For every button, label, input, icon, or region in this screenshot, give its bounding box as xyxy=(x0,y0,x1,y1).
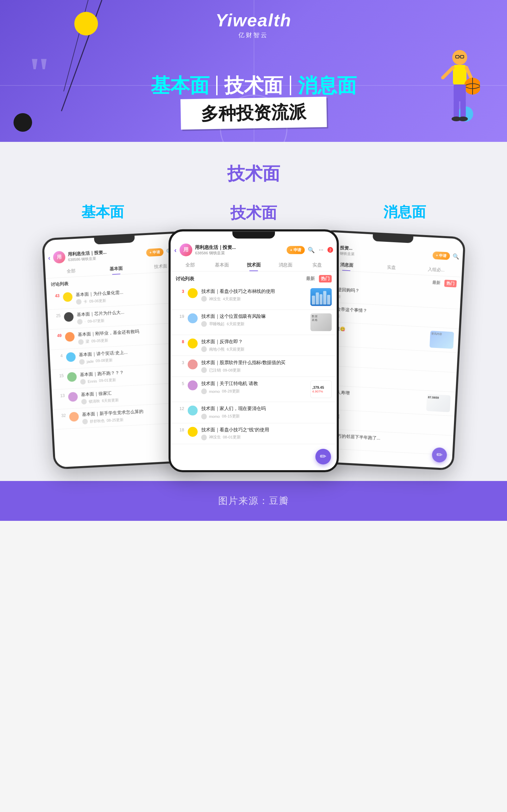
middle-section: 技术面 基本面 技术面 消息面 ‹ 用 用利息生活｜投资... 638586 钢… xyxy=(0,142,507,481)
yellow-ball xyxy=(74,12,98,35)
apply-btn-center[interactable]: + 申请 xyxy=(286,246,305,254)
sort-buttons-right: 最新 热门 xyxy=(430,279,457,287)
meta-time: 4天前更新 xyxy=(223,296,240,301)
meta-avatar xyxy=(201,434,207,440)
meta-time: 6天前更新 xyxy=(102,397,119,403)
disc-num: 5 xyxy=(176,380,184,398)
section-header-center: 讨论列表 最新 热门 xyxy=(171,271,336,284)
disc-meta: momo 08-15更新 xyxy=(201,413,331,419)
disc-content: 基本面｜芯片为什么大... · 09-07更新 xyxy=(76,306,184,325)
meta-avatar xyxy=(76,299,81,305)
disc-title: 技术面｜反弹在即？ xyxy=(201,338,331,345)
sort-latest-right[interactable]: 最新 xyxy=(430,279,442,287)
list-label-left: 讨论列表 xyxy=(51,281,69,288)
back-arrow-left[interactable]: ‹ xyxy=(48,254,50,261)
meta-time: 09-08更新 xyxy=(95,357,112,363)
disc-content: 怎么看金帝这个事情？ 5天前更新 xyxy=(323,306,455,325)
disc-item[interactable]: 3 技术面｜看盘小技巧之布林线的使用 神没生 4天前更新 xyxy=(171,284,336,310)
brand-name: Yiwealth xyxy=(216,10,291,30)
disc-num: 15 xyxy=(55,373,64,386)
meta-time: 09-06更新 xyxy=(89,298,106,304)
sort-hot-right[interactable]: 热门 xyxy=(444,280,457,287)
meta-time: 08-01更新 xyxy=(223,435,240,440)
section-title: 技术面 xyxy=(0,162,507,186)
meta-avatar xyxy=(201,413,207,419)
meta-avatar xyxy=(79,359,85,364)
tab-real-center[interactable]: 实盘 xyxy=(301,258,333,271)
disc-content: 个小作文 更新 xyxy=(319,369,451,388)
disc-meta: 已注销 09-08更新 xyxy=(201,367,331,373)
sort-hot[interactable]: 热门 xyxy=(319,275,332,282)
sort-latest[interactable]: 最新 xyxy=(304,275,317,282)
disc-icon xyxy=(69,412,79,422)
app-avatar-left: 用 xyxy=(53,251,66,263)
more-icon-center[interactable]: ··· xyxy=(318,246,325,253)
meta-user: 已注销 xyxy=(209,367,221,373)
disc-item[interactable]: 5 技术面｜关于江特电机 请教 momo 08-28更新 ,379.45 xyxy=(171,377,336,402)
disc-item[interactable]: 8 技术面｜反弹在即？ 南地小熊 6天前更新 xyxy=(171,335,336,356)
list-label-center: 讨论列表 xyxy=(176,275,194,282)
disc-item[interactable]: 3 技术面｜股票软件里什么指标/数据值的买 已注销 09-08更新 xyxy=(171,356,336,377)
phone-content-center: 讨论列表 最新 热门 3 技术面｜看盘小技巧之布林线的使用 xyxy=(171,271,336,470)
header-icons-right: 🔍 xyxy=(452,253,459,260)
tab-all-center[interactable]: 全部 xyxy=(174,258,206,271)
meta-time: 6天前更新 xyxy=(227,321,245,327)
disc-content: 技术面｜股票软件里什么指标/数据值的买 已注销 09-08更新 xyxy=(201,359,331,373)
meta-user: 早睡晚起 xyxy=(209,321,224,327)
meta-avatar xyxy=(201,346,207,352)
disc-meta: momo 08-28更新 xyxy=(201,388,307,394)
disc-thumbnail: 资讯内容 xyxy=(429,331,454,349)
disc-num: 3 xyxy=(176,288,184,306)
disc-item[interactable]: 12 技术面｜家人们，现在要清仓吗 momo 08-15更新 xyxy=(171,402,336,423)
disc-thumbnail xyxy=(310,288,332,306)
tab-fundamental-left[interactable]: 基本面 xyxy=(93,261,138,276)
chart-bar xyxy=(319,294,322,304)
app-header-center: ‹ 用 用利息生活｜投资... 638586 钢铁韭菜 + 申请 🔍 ··· 2 xyxy=(171,241,336,258)
sort-buttons: 最新 热门 xyxy=(304,275,332,282)
tab-news-center[interactable]: 消息面 xyxy=(270,258,301,271)
app-title-main-center: 用利息生活｜投资... xyxy=(195,244,252,250)
search-icon-right[interactable]: 🔍 xyxy=(452,253,459,260)
footer-text: 图片来源：豆瓣 xyxy=(0,494,507,507)
col-label-right: 消息面 xyxy=(329,203,480,224)
phone-notch xyxy=(94,235,135,244)
headline-tags: 基本面 技术面 消息面 xyxy=(0,76,507,95)
tab-real-right[interactable]: 实盘 xyxy=(369,260,414,274)
tab-all-left[interactable]: 全部 xyxy=(48,263,94,278)
disc-icon xyxy=(187,380,197,390)
search-icon-center[interactable]: 🔍 xyxy=(307,246,314,253)
tag-technical: 技术面 xyxy=(218,76,291,95)
headline-section: " 基本面 技术面 消息面 多种投资流派 xyxy=(0,76,507,128)
phone-notch-right xyxy=(372,234,413,243)
meta-time: 09-05更新 xyxy=(91,338,108,344)
meta-avatar xyxy=(201,296,207,302)
meta-avatar xyxy=(201,321,207,327)
meta-avatar xyxy=(78,339,84,345)
tab-fundamental-center[interactable]: 基本面 xyxy=(206,258,237,271)
meta-user: momo xyxy=(209,389,220,393)
disc-icon xyxy=(187,427,197,436)
meta-time: 09-01更新 xyxy=(99,377,116,383)
apply-btn-left[interactable]: + 申请 xyxy=(146,248,163,256)
meta-user: jade xyxy=(86,359,94,363)
disc-num: 25 xyxy=(52,312,61,326)
header-icons-center: 🔍 ··· 2 xyxy=(307,246,333,253)
fab-edit-button-right[interactable]: ✏ xyxy=(431,447,447,463)
column-labels: 基本面 技术面 消息面 xyxy=(0,203,507,224)
disc-num: 49 xyxy=(53,332,62,346)
phone-notch-center xyxy=(232,231,275,238)
chart-bar xyxy=(312,296,315,304)
disc-num: 12 xyxy=(176,406,184,419)
phones-container: ‹ 用 用利息生活｜投资... 638586 钢铁韭菜 + 申请 🔍 ··· 全… xyxy=(0,234,507,467)
disc-content: 技术面｜关于江特电机 请教 momo 08-28更新 xyxy=(201,380,307,398)
disc-item[interactable]: 19 技术面｜这个位置低吸有风险嘛 早睡晚起 6天前更新 xyxy=(171,310,336,335)
disc-content: 必涨！ 更新 xyxy=(320,349,452,369)
tab-join-right[interactable]: 入组必... xyxy=(413,262,459,277)
disc-icon xyxy=(62,292,72,302)
apply-btn-right[interactable]: + 申请 xyxy=(432,251,450,260)
tab-technical-center[interactable]: 技术面 xyxy=(237,258,269,271)
disc-item[interactable]: 18 技术面｜看盘小技巧之"线"的使用 神没生 08-01更新 xyxy=(171,423,336,444)
app-avatar-center: 用 xyxy=(179,243,192,256)
back-arrow-center[interactable]: ‹ xyxy=(174,246,176,254)
fab-edit-button[interactable]: ✏ xyxy=(315,449,331,464)
